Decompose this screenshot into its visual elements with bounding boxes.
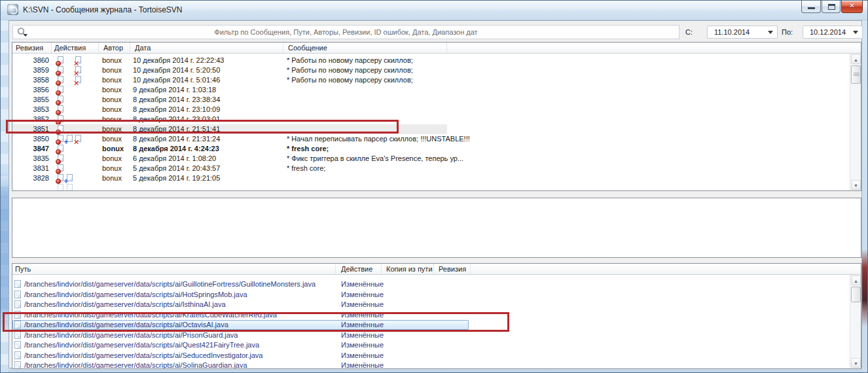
author-cell: bonux (102, 134, 122, 144)
column-header-date[interactable]: Дата (130, 43, 283, 53)
author-cell: bonux (102, 154, 122, 164)
action-modified-icon (56, 86, 65, 94)
action-deleted-icon: ✕ (74, 135, 82, 143)
revision-number: 3850 (12, 134, 49, 144)
column-header-action[interactable]: Действие (336, 264, 382, 274)
tortoisesvn-log-window: K:\SVN - Сообщения журнала - TortoiseSVN… (0, 0, 868, 373)
paths-scrollbar[interactable]: ▲ ▼ (850, 275, 861, 368)
column-header-copy-from[interactable]: Копия из пути (382, 264, 434, 274)
log-scrollbar[interactable]: ▲ ▼ (850, 54, 861, 190)
column-header-revision[interactable]: Ревизия (12, 43, 52, 53)
app-icon[interactable] (7, 4, 18, 15)
path-row[interactable]: /branches/lindvior/dist/gameserver/data/… (12, 290, 850, 300)
author-cell: bonux (102, 105, 122, 115)
date-cell: 9 декабря 2014 г. 1:03:18 (133, 85, 216, 95)
author-cell: bonux (102, 75, 122, 85)
document-icon (14, 331, 21, 339)
path-row[interactable]: /branches/lindvior/dist/gameserver/data/… (12, 351, 850, 361)
action-added-icon: + (65, 135, 74, 143)
log-row-3835[interactable]: 3835bonux6 декабря 2014 г. 1:08:20* Фикс… (12, 154, 447, 164)
page-shape (67, 184, 73, 190)
revision-number: 3858 (12, 75, 49, 85)
scroll-up-icon[interactable]: ▲ (851, 275, 861, 285)
log-row-3860[interactable]: 3860✕bonux10 декабря 2014 г. 22:22:43* Р… (12, 56, 447, 65)
minimize-button[interactable] (801, 1, 821, 13)
path-row[interactable]: /branches/lindvior/dist/gameserver/data/… (12, 340, 850, 350)
filter-placeholder: Фильтр по Сообщения, Пути, Авторы, Ревиз… (13, 26, 679, 39)
log-row-3828[interactable]: 3828+bonux5 декабря 2014 г. 19:21:05 (12, 173, 447, 183)
date-cell: 10 декабря 2014 г. 5:20:50 (133, 65, 220, 75)
log-row-3856[interactable]: 3856bonux9 декабря 2014 г. 1:03:18 (12, 85, 447, 95)
date-cell: 10 декабря 2014 г. 22:22:43 (133, 56, 224, 65)
log-filter-input[interactable]: Фильтр по Сообщения, Пути, Авторы, Ревиз… (12, 25, 679, 39)
revision-number: 3860 (12, 56, 49, 65)
log-list-panel: Ревизия Действия Автор Дата Сообщение 38… (12, 42, 861, 191)
maximize-button[interactable] (822, 1, 841, 13)
log-row-3850[interactable]: 3850+✕bonux8 декабря 2014 г. 21:31:24* Н… (12, 134, 447, 144)
revision-number: 3853 (12, 105, 49, 115)
message-cell: * Работы по новому парсеру скиллов; (287, 75, 413, 85)
scroll-down-icon[interactable]: ▼ (851, 180, 861, 190)
action-page-icon (56, 184, 65, 190)
from-date-picker[interactable]: 11.10.2014 (707, 26, 778, 39)
document-icon (14, 341, 21, 349)
log-scrollbar-thumb[interactable] (851, 65, 861, 84)
action-page-icon (65, 184, 74, 190)
action-cell: Изменённые (341, 351, 384, 361)
column-header-author[interactable]: Автор (99, 43, 130, 53)
path-row[interactable]: /branches/lindvior/dist/gameserver/data/… (12, 279, 850, 289)
column-header-message[interactable]: Сообщение (283, 43, 447, 53)
date-cell: 8 декабря 2014 г. 23:10:09 (133, 105, 220, 115)
message-cell: * Работы по новому парсеру скиллов; (287, 65, 413, 75)
path-cell: /branches/lindvior/dist/gameserver/data/… (24, 279, 316, 289)
splitter-top[interactable] (9, 191, 861, 198)
column-header-actions[interactable]: Действия (52, 43, 99, 53)
column-header-filler (471, 264, 861, 274)
message-panel[interactable] (12, 198, 861, 258)
log-row-3855[interactable]: 3855bonux8 декабря 2014 г. 23:38:34 (12, 95, 447, 105)
to-date-picker[interactable]: 10.12.2014 (803, 26, 863, 39)
scroll-down-icon[interactable]: ▼ (851, 358, 861, 368)
log-row-3858[interactable]: 3858✕bonux10 декабря 2014 г. 5:01:46* Ра… (12, 75, 447, 85)
log-row-3831[interactable]: 3831bonux5 декабря 2014 г. 20:43:57* fre… (12, 164, 447, 173)
date-cell: 5 декабря 2014 г. 20:43:57 (133, 164, 220, 173)
annotation-box-octavis-path (3, 312, 509, 332)
author-cell: bonux (102, 164, 122, 173)
date-cell: 8 декабря 2014 г. 21:31:24 (133, 134, 220, 144)
message-cell: * Работы по новому парсеру скиллов; (287, 56, 413, 65)
revision-number: 3847 (12, 144, 49, 154)
splitter-bottom[interactable] (9, 258, 861, 263)
path-cell: /branches/lindvior/dist/gameserver/data/… (24, 300, 226, 310)
path-row[interactable]: /branches/lindvior/dist/gameserver/data/… (12, 300, 850, 310)
message-cell: * fresh core; (287, 144, 329, 154)
paths-scrollbar-thumb[interactable] (851, 287, 861, 302)
column-header-path-revision[interactable]: Ревизия (434, 264, 471, 274)
column-header-path[interactable]: Путь (12, 264, 336, 274)
document-icon (14, 280, 21, 288)
close-button[interactable]: ✕ (841, 1, 863, 13)
paths-list-header: Путь Действие Копия из пути Ревизия (12, 264, 861, 275)
log-row-3853[interactable]: 3853bonux8 декабря 2014 г. 23:10:09 (12, 105, 447, 115)
titlebar[interactable]: K:\SVN - Сообщения журнала - TortoiseSVN… (1, 1, 867, 20)
action-modified-icon (56, 154, 65, 163)
maximize-icon (828, 4, 835, 10)
log-row-3859[interactable]: 3859✕bonux10 декабря 2014 г. 5:20:50* Ра… (12, 65, 447, 75)
to-date-value: 10.12.2014 (810, 28, 846, 36)
revision-number: 3835 (12, 154, 49, 164)
action-modified-icon (56, 96, 65, 104)
message-cell: * Начал переписывать парсер скиллов; !!!… (287, 134, 470, 144)
from-date-value: 11.10.2014 (714, 28, 750, 36)
path-row[interactable]: /branches/lindvior/dist/gameserver/data/… (12, 361, 850, 368)
log-row-3847[interactable]: 3847bonux8 декабря 2014 г. 4:24:23* fres… (12, 144, 447, 154)
scroll-up-icon[interactable]: ▲ (851, 54, 861, 64)
revision-number: 3859 (12, 65, 49, 75)
close-icon: ✕ (842, 2, 862, 9)
minimize-icon (808, 7, 815, 9)
document-icon (14, 291, 21, 298)
from-date-dropdown-icon (768, 31, 773, 34)
action-deleted-icon: ✕ (74, 56, 82, 65)
revision-number: 3828 (12, 173, 49, 183)
log-row-partial[interactable] (12, 183, 447, 190)
date-cell: 6 декабря 2014 г. 1:08:20 (133, 154, 216, 164)
date-cell: 8 декабря 2014 г. 23:38:34 (133, 95, 220, 105)
